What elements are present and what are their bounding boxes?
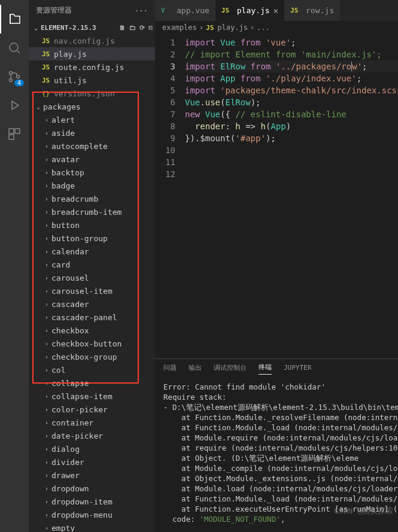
search-icon[interactable] <box>0 34 29 62</box>
chevron-right-icon: › <box>42 275 51 281</box>
project-header[interactable]: ⌄ ELEMENT-2.15.3 🗎 🗀 ⟳ ⊟ <box>29 21 155 34</box>
panel-tab-问题[interactable]: 问题 <box>163 363 177 375</box>
chevron-right-icon: › <box>42 183 51 189</box>
folder-label: avatar <box>51 155 80 164</box>
folder-item[interactable]: ›button-group <box>29 232 155 245</box>
folder-item[interactable]: ›col <box>29 363 155 376</box>
chevron-right-icon: › <box>42 525 51 531</box>
chevron-right-icon: › <box>42 117 51 123</box>
folder-item[interactable]: ›autocomplete <box>29 139 155 153</box>
folder-item[interactable]: ›breadcrumb-item <box>29 205 155 218</box>
folder-item[interactable]: ›aside <box>29 126 155 139</box>
chevron-right-icon: › <box>42 459 51 466</box>
sidebar-title: 资源管理器 <box>36 5 72 16</box>
folder-item[interactable]: ›empty <box>29 521 155 532</box>
chevron-right-icon: › <box>42 222 51 229</box>
folder-item[interactable]: ›card <box>29 258 155 271</box>
tab-row-js[interactable]: JSrow.js <box>284 0 340 21</box>
explorer-icon[interactable] <box>0 5 29 34</box>
scm-icon[interactable]: 4 <box>0 62 29 91</box>
chevron-down-icon: ⌄ <box>34 104 43 110</box>
file-item[interactable]: JSplay.js <box>29 47 155 60</box>
folder-item[interactable]: ›button <box>29 218 155 232</box>
folder-item[interactable]: ›dialog <box>29 442 155 455</box>
folder-label: aside <box>51 129 75 138</box>
folder-label: collapse-item <box>51 392 113 401</box>
chevron-right-icon: › <box>42 156 51 163</box>
folder-item[interactable]: ›dropdown-menu <box>29 508 155 521</box>
crumb[interactable]: play.js <box>217 23 248 32</box>
crumb[interactable]: ... <box>257 23 270 32</box>
chevron-right-icon: › <box>42 248 51 255</box>
folder-item[interactable]: ›cascader <box>29 297 155 311</box>
extensions-icon[interactable] <box>0 120 29 148</box>
folder-item[interactable]: ›backtop <box>29 166 155 179</box>
folder-item[interactable]: ›carousel-item <box>29 284 155 297</box>
folder-item[interactable]: ›alert <box>29 113 155 126</box>
folder-label: carousel <box>51 273 89 282</box>
file-item[interactable]: JSutil.js <box>29 74 155 87</box>
folder-label: autocomplete <box>51 142 108 151</box>
close-icon[interactable]: × <box>274 6 278 16</box>
json-icon: {} <box>42 90 53 98</box>
folder-item[interactable]: ›cascader-panel <box>29 311 155 324</box>
folder-item[interactable]: ›divider <box>29 455 155 469</box>
debug-icon[interactable] <box>0 91 29 120</box>
new-folder-icon[interactable]: 🗀 <box>129 24 136 32</box>
file-tree[interactable]: JSnav.config.jsJSplay.jsJSroute.config.j… <box>29 34 155 532</box>
folder-item[interactable]: ›badge <box>29 179 155 192</box>
collapse-icon[interactable]: ⊟ <box>148 24 153 32</box>
folder-item[interactable]: ›breadcrumb <box>29 192 155 205</box>
file-label: nav.config.js <box>54 37 115 45</box>
tab-label: app.vue <box>177 6 209 15</box>
folder-item[interactable]: ›checkbox <box>29 324 155 337</box>
folder-item[interactable]: ›collapse-item <box>29 390 155 403</box>
js-icon: JS <box>42 50 53 58</box>
chevron-right-icon: › <box>42 433 51 439</box>
folder-item[interactable]: ›checkbox-group <box>29 350 155 363</box>
js-icon: JS <box>42 63 53 71</box>
folder-item[interactable]: ›container <box>29 416 155 429</box>
tab-play-js[interactable]: JSplay.js× <box>215 0 284 21</box>
panel-tabs: 问题输出调试控制台终端JUPYTER <box>155 359 398 378</box>
folder-item[interactable]: ›drawer <box>29 469 155 482</box>
folder-item[interactable]: ›dropdown-item <box>29 495 155 508</box>
folder-item[interactable]: ›date-picker <box>29 429 155 442</box>
more-icon[interactable]: ··· <box>135 7 148 15</box>
panel-tab-JUPYTER[interactable]: JUPYTER <box>284 364 311 374</box>
code-content[interactable]: import Vue from 'vue';// import Element … <box>185 34 398 358</box>
breadcrumb[interactable]: examples › JS play.js › ... <box>155 21 398 34</box>
crumb[interactable]: examples <box>162 23 197 32</box>
file-item[interactable]: JSroute.config.js <box>29 60 155 74</box>
sidebar: 资源管理器 ··· ⌄ ELEMENT-2.15.3 🗎 🗀 ⟳ ⊟ JSnav… <box>29 0 155 532</box>
folder-label: date-picker <box>51 431 103 440</box>
folder-label: carousel-item <box>51 287 113 296</box>
folder-item[interactable]: ›calendar <box>29 245 155 258</box>
code-editor[interactable]: 123456789101112 import Vue from 'vue';//… <box>155 34 398 358</box>
new-file-icon[interactable]: 🗎 <box>119 24 126 32</box>
folder-label: packages <box>43 102 81 111</box>
file-item[interactable]: JSnav.config.js <box>29 34 155 47</box>
svg-point-2 <box>10 79 13 82</box>
folder-item[interactable]: ›color-picker <box>29 403 155 416</box>
panel-tab-输出[interactable]: 输出 <box>189 363 202 375</box>
folder-item[interactable]: ›carousel <box>29 271 155 284</box>
folder-label: divider <box>51 458 84 467</box>
folder-item[interactable]: ›dropdown <box>29 482 155 495</box>
chevron-right-icon: › <box>42 485 51 492</box>
folder-packages[interactable]: ⌄packages <box>29 100 155 113</box>
svg-rect-5 <box>15 129 20 133</box>
chevron-right-icon: › <box>42 446 51 452</box>
panel-tab-调试控制台[interactable]: 调试控制台 <box>214 363 247 375</box>
chevron-right-icon: › <box>42 288 51 294</box>
chevron-right-icon: › <box>42 380 51 387</box>
folder-item[interactable]: ›avatar <box>29 153 155 166</box>
file-item[interactable]: {}versions.json <box>29 87 155 100</box>
tab-app-vue[interactable]: Vapp.vue <box>155 0 215 21</box>
folder-item[interactable]: ›collapse <box>29 376 155 390</box>
chevron-right-icon: › <box>42 406 51 413</box>
refresh-icon[interactable]: ⟳ <box>139 24 145 32</box>
folder-label: drawer <box>51 471 80 480</box>
panel-tab-终端[interactable]: 终端 <box>259 363 272 375</box>
folder-item[interactable]: ›checkbox-button <box>29 337 155 350</box>
